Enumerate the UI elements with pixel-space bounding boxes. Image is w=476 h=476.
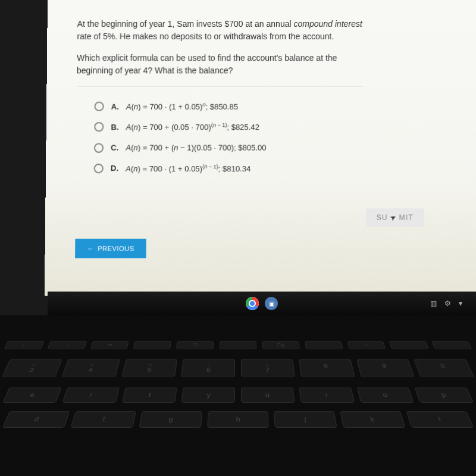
key[interactable]: &7 — [241, 359, 295, 377]
key[interactable]: ☐ — [176, 341, 214, 349]
question-text: At the beginning of year 1, Sam invests … — [77, 18, 363, 43]
radio-icon[interactable] — [94, 102, 104, 111]
key-g[interactable]: g — [139, 411, 202, 428]
keyboard: ← → ⟳ ☐ ☐▯ ☼ #3 $4 %5 ^6 &7 8 9 0 e r t … — [0, 339, 476, 476]
key[interactable] — [133, 341, 172, 349]
previous-button[interactable]: PREVIOUS — [75, 239, 146, 258]
key[interactable]: ^6 — [181, 359, 235, 377]
key[interactable] — [305, 341, 343, 349]
option-letter: C. — [111, 143, 118, 152]
key-y[interactable]: y — [181, 387, 235, 403]
submit-button[interactable]: SU➤MIT — [365, 208, 424, 227]
answer-options: A. A(n) = 700 · (1 + 0.05)n; $850.85 B. … — [94, 102, 448, 174]
key[interactable]: 9 — [356, 359, 415, 377]
key[interactable]: → — [47, 341, 87, 349]
option-letter: A. — [111, 102, 119, 111]
key-o[interactable]: o — [356, 387, 414, 403]
chrome-icon[interactable] — [246, 297, 259, 310]
option-letter: D. — [111, 164, 118, 173]
key[interactable]: ☐▯ — [262, 341, 299, 349]
key[interactable] — [389, 341, 429, 349]
radio-icon[interactable] — [94, 123, 104, 132]
submit-label-end: MIT — [399, 213, 414, 221]
key-e[interactable]: e — [2, 387, 62, 403]
option-d[interactable]: D. A(n) = 700 · (1 + 0.05)(n − 1); $810.… — [94, 164, 448, 174]
prompt-line2: beginning of year 4? What is the balance… — [77, 65, 233, 75]
tray-icon[interactable]: ▥ — [430, 299, 439, 308]
cursor-icon: ➤ — [389, 212, 399, 223]
wifi-icon[interactable]: ▾ — [459, 299, 467, 308]
option-c[interactable]: C. A(n) = 700 + (n − 1)(0.05 · 700); $80… — [94, 143, 447, 152]
key-f[interactable]: f — [70, 411, 136, 428]
option-letter: B. — [111, 123, 118, 131]
submit-label: SU — [377, 213, 388, 221]
key[interactable]: 8 — [299, 359, 355, 377]
key[interactable]: ⟳ — [90, 341, 129, 349]
key-k[interactable]: k — [340, 411, 406, 428]
settings-icon[interactable]: ⚙ — [444, 299, 453, 308]
key-j[interactable]: j — [274, 411, 337, 428]
key-d[interactable]: d — [2, 411, 70, 428]
key[interactable]: ☼ — [347, 341, 386, 349]
key[interactable]: #3 — [1, 359, 62, 377]
letter-row-1: e r t y u i o p — [2, 387, 474, 403]
function-row: ← → ⟳ ☐ ☐▯ ☼ — [4, 341, 472, 349]
previous-label: PREVIOUS — [98, 245, 134, 252]
key[interactable]: 0 — [414, 359, 474, 377]
key-h[interactable]: h — [207, 411, 270, 428]
question-emphasis: compound interest — [294, 19, 362, 29]
option-a[interactable]: A. A(n) = 700 · (1 + 0.05)n; $850.85 — [94, 102, 447, 111]
key-p[interactable]: p — [415, 387, 474, 403]
option-formula: A(n) = 700 + (n − 1)(0.05 · 700); $805.0… — [126, 143, 266, 152]
number-row: #3 $4 %5 ^6 &7 8 9 0 — [1, 359, 475, 377]
option-formula: A(n) = 700 + (0.05 · 700)(n − 1); $825.4… — [126, 122, 259, 132]
option-formula: A(n) = 700 · (1 + 0.05)(n − 1); $810.34 — [126, 164, 250, 174]
key[interactable]: $4 — [61, 359, 120, 377]
prompt-line1: Which explicit formula can be used to fi… — [77, 53, 337, 62]
key[interactable] — [220, 341, 256, 349]
question-prompt: Which explicit formula can be used to fi… — [77, 52, 364, 86]
taskbar: ▣ ▥ ⚙ ▾ — [48, 292, 476, 315]
system-tray: ▥ ⚙ ▾ — [430, 299, 467, 308]
question-line1-prefix: At the beginning of year 1, Sam invests … — [77, 19, 294, 29]
key-t[interactable]: t — [121, 387, 177, 403]
key-r[interactable]: r — [62, 387, 120, 403]
letter-row-2: d f g h j k l — [2, 411, 474, 428]
radio-icon[interactable] — [94, 164, 104, 173]
arrow-left-icon — [87, 245, 94, 252]
key[interactable]: %5 — [121, 359, 178, 377]
option-formula: A(n) = 700 · (1 + 0.05)n; $850.85 — [126, 102, 238, 111]
option-b[interactable]: B. A(n) = 700 + (0.05 · 700)(n − 1); $82… — [94, 122, 447, 132]
radio-icon[interactable] — [94, 143, 104, 152]
video-chat-icon[interactable]: ▣ — [265, 297, 278, 310]
key-u[interactable]: u — [241, 387, 295, 403]
key-l[interactable]: l — [406, 411, 474, 428]
key[interactable]: ← — [4, 341, 45, 349]
key[interactable] — [431, 341, 472, 349]
question-line2: rate of 5%. He makes no deposits to or w… — [77, 32, 334, 41]
quiz-screen: At the beginning of year 1, Sam invests … — [45, 0, 476, 296]
key-i[interactable]: i — [299, 387, 354, 403]
